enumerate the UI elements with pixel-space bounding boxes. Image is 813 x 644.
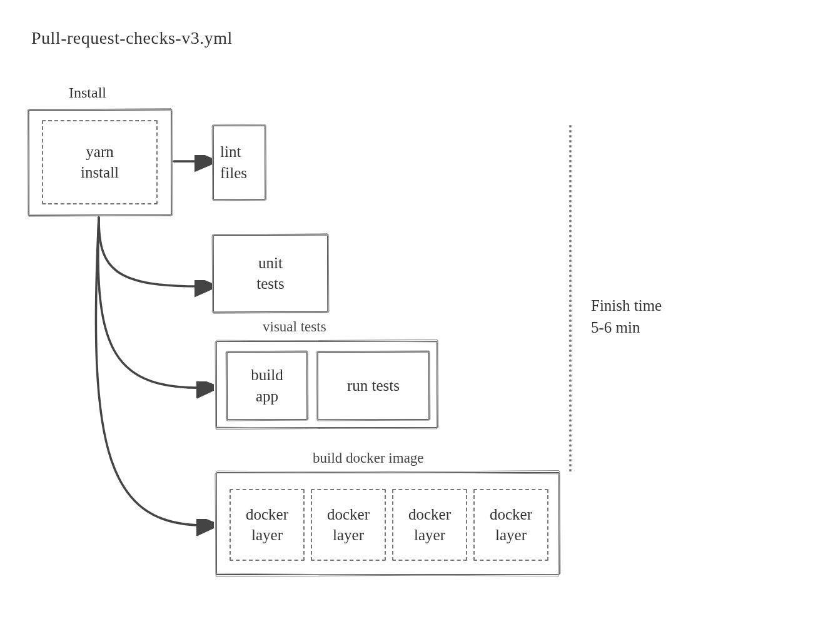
docker-layer-2-text: docker layer — [312, 504, 385, 546]
install-box: yarn install — [28, 109, 172, 216]
lint-files-box: lint files — [213, 125, 266, 200]
docker-layer-2-box: docker layer — [311, 489, 386, 561]
docker-layer-3-box: docker layer — [392, 489, 467, 561]
yarn-install-dashed: yarn install — [42, 120, 158, 204]
lint-files-text: lint files — [214, 141, 265, 184]
finish-time-line2: 5-6 min — [591, 319, 640, 336]
visual-tests-label: visual tests — [263, 319, 326, 335]
build-docker-label: build docker image — [313, 450, 424, 466]
docker-layer-4-text: docker layer — [475, 504, 547, 546]
run-tests-box: run tests — [317, 351, 430, 420]
docker-layer-3-text: docker layer — [393, 504, 466, 546]
build-app-text: build app — [228, 365, 306, 407]
build-app-box: build app — [226, 351, 308, 420]
build-docker-box: docker layer docker layer docker layer d… — [216, 472, 560, 575]
install-label: Install — [69, 84, 106, 101]
arrow-install-unit — [99, 218, 208, 286]
visual-tests-box: build app run tests — [216, 341, 438, 428]
docker-layer-1-text: docker layer — [231, 504, 303, 546]
finish-divider — [569, 125, 572, 472]
run-tests-text: run tests — [318, 375, 428, 396]
unit-tests-text: unit tests — [214, 253, 327, 295]
docker-layer-1-box: docker layer — [230, 489, 305, 561]
diagram-canvas: Pull-request-checks-v3.yml Install yarn … — [0, 0, 813, 644]
arrow-install-docker — [96, 218, 210, 525]
finish-time-line1: Finish time — [591, 297, 662, 314]
file-title: Pull-request-checks-v3.yml — [31, 28, 233, 48]
arrow-install-visual — [98, 218, 210, 388]
yarn-install-text: yarn install — [43, 141, 156, 184]
docker-layer-4-box: docker layer — [473, 489, 548, 561]
unit-tests-box: unit tests — [213, 234, 328, 313]
